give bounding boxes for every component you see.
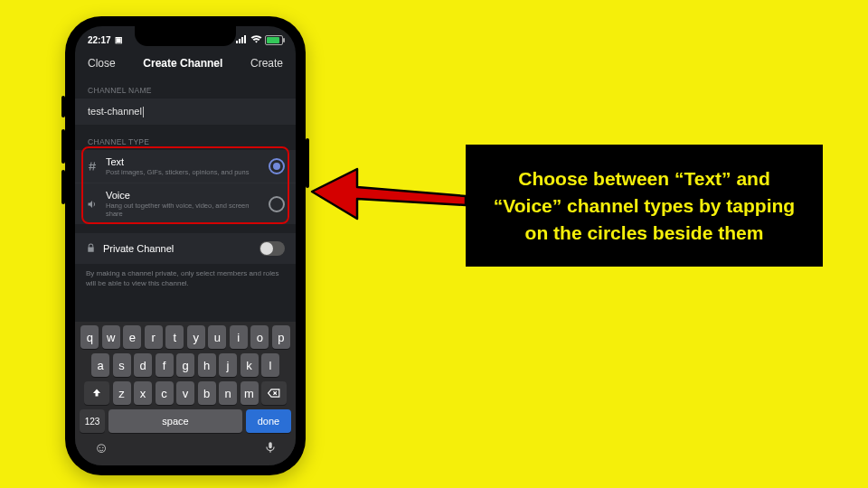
wifi-icon — [250, 35, 262, 45]
key-f[interactable]: f — [156, 353, 174, 377]
key-c[interactable]: c — [156, 381, 174, 405]
key-p[interactable]: p — [272, 325, 290, 349]
modal-title: Create Channel — [143, 57, 222, 70]
radio-voice[interactable] — [269, 196, 285, 212]
instruction-text: Choose between “Text” and “Voice” channe… — [490, 165, 798, 246]
key-o[interactable]: o — [250, 325, 269, 349]
key-s[interactable]: s — [113, 353, 131, 377]
close-button[interactable]: Close — [88, 57, 116, 70]
type-voice-title: Voice — [106, 190, 261, 201]
keyboard-row-3: zxcvbnm — [78, 381, 293, 405]
key-y[interactable]: y — [187, 325, 205, 349]
channel-name-label: CHANNEL NAME — [75, 77, 296, 99]
key-t[interactable]: t — [165, 325, 184, 349]
svg-rect-0 — [236, 41, 238, 43]
key-h[interactable]: h — [198, 353, 216, 377]
radio-text[interactable] — [269, 158, 285, 174]
phone-notch — [135, 26, 236, 46]
key-l[interactable]: l — [261, 353, 279, 377]
annotation-arrow — [307, 146, 488, 228]
key-q[interactable]: q — [80, 325, 99, 349]
key-d[interactable]: d — [134, 353, 152, 377]
type-voice-subtitle: Hang out together with voice, video, and… — [106, 202, 261, 218]
private-channel-label: Private Channel — [103, 243, 252, 254]
hash-icon — [86, 161, 99, 172]
numbers-key[interactable]: 123 — [80, 409, 105, 433]
keyboard-row-1: qwertyuiop — [78, 325, 293, 349]
mic-key-icon[interactable] — [264, 440, 277, 458]
svg-rect-1 — [239, 39, 241, 43]
modal-header: Close Create Channel Create — [75, 52, 296, 77]
done-key[interactable]: done — [246, 409, 291, 433]
key-r[interactable]: r — [145, 325, 163, 349]
camera-indicator-icon: ▣ — [115, 35, 123, 44]
ios-keyboard: qwertyuiop asdfghjkl zxcvbnm 123 space d… — [75, 322, 296, 465]
phone-mute-switch — [61, 96, 65, 117]
key-x[interactable]: x — [134, 381, 152, 405]
create-button[interactable]: Create — [250, 57, 283, 70]
channel-type-voice[interactable]: Voice Hang out together with voice, vide… — [75, 183, 296, 224]
private-channel-description: By making a channel private, only select… — [75, 264, 296, 296]
svg-line-7 — [93, 163, 95, 171]
phone-volume-up — [61, 129, 65, 164]
channel-name-value: test-channel — [88, 106, 142, 117]
text-cursor — [143, 107, 145, 117]
key-n[interactable]: n — [219, 381, 237, 405]
type-text-subtitle: Post images, GIFs, stickers, opinions, a… — [106, 168, 261, 176]
key-k[interactable]: k — [241, 353, 259, 377]
battery-icon — [265, 35, 283, 45]
key-u[interactable]: u — [208, 325, 226, 349]
key-e[interactable]: e — [123, 325, 141, 349]
keyboard-row-2: asdfghjkl — [78, 353, 293, 377]
svg-rect-2 — [241, 37, 243, 43]
type-text-title: Text — [106, 156, 261, 167]
channel-name-input[interactable]: test-channel — [75, 99, 296, 125]
backspace-key[interactable] — [261, 381, 287, 405]
key-b[interactable]: b — [198, 381, 216, 405]
key-z[interactable]: z — [113, 381, 131, 405]
space-key[interactable]: space — [108, 409, 242, 433]
key-g[interactable]: g — [176, 353, 194, 377]
key-w[interactable]: w — [102, 325, 120, 349]
channel-type-text[interactable]: Text Post images, GIFs, stickers, opinio… — [75, 150, 296, 183]
status-time: 22:17 — [88, 35, 111, 45]
private-toggle[interactable] — [259, 241, 285, 256]
key-j[interactable]: j — [219, 353, 237, 377]
svg-rect-3 — [244, 35, 246, 43]
speaker-icon — [86, 199, 99, 210]
instruction-callout: Choose between “Text” and “Voice” channe… — [466, 145, 823, 267]
emoji-key-icon[interactable]: ☺ — [94, 440, 108, 458]
key-i[interactable]: i — [230, 325, 248, 349]
private-channel-row[interactable]: Private Channel — [75, 233, 296, 264]
key-v[interactable]: v — [176, 381, 194, 405]
lock-icon — [86, 240, 96, 257]
key-a[interactable]: a — [91, 353, 109, 377]
svg-line-6 — [90, 163, 92, 171]
phone-screen: 22:17 ▣ Close Create Channel Create CHAN… — [75, 26, 296, 465]
channel-type-label: CHANNEL TYPE — [75, 128, 296, 150]
key-m[interactable]: m — [241, 381, 259, 405]
shift-key[interactable] — [84, 381, 109, 405]
svg-rect-10 — [269, 442, 272, 448]
signal-icon — [236, 35, 248, 45]
phone-mock: 22:17 ▣ Close Create Channel Create CHAN… — [65, 16, 306, 475]
phone-volume-down — [61, 170, 65, 204]
